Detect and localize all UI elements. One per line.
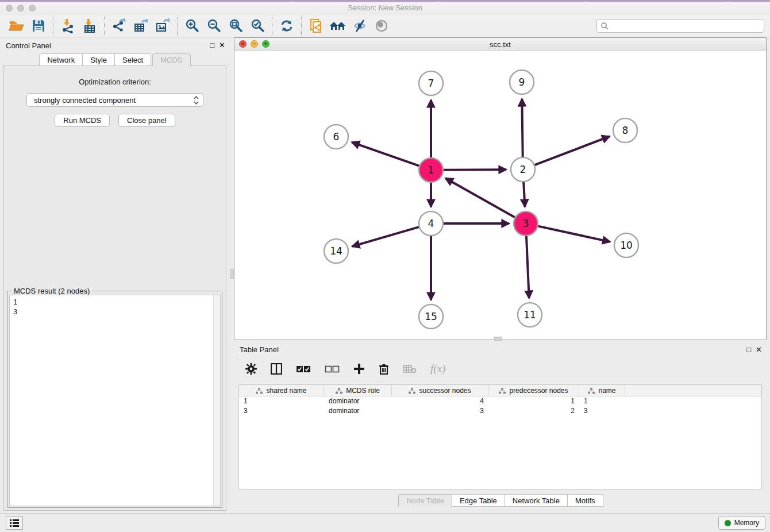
hide-details-button[interactable]: [349, 16, 371, 36]
table-cell[interactable]: 4: [392, 396, 488, 406]
graph-edge-1-6[interactable]: [352, 142, 419, 166]
close-table-panel-icon[interactable]: ✕: [756, 345, 762, 354]
duplicate-network-icon: [309, 18, 324, 33]
table-row[interactable]: 3dominator323: [239, 406, 761, 416]
zoom-in-button[interactable]: [181, 16, 203, 36]
graph-node-label-9: 9: [519, 76, 525, 88]
add-column-icon[interactable]: [353, 363, 365, 375]
table-cell[interactable]: dominator: [324, 396, 392, 406]
table-row[interactable]: 1dominator411: [239, 396, 761, 406]
import-network-icon: [60, 18, 75, 33]
optimization-criterion-select[interactable]: strongly connected component: [26, 93, 203, 107]
window-title: Session: New Session: [0, 3, 770, 12]
column-header-label: predecessor nodes: [509, 387, 568, 395]
birds-eye-icon: [374, 18, 389, 33]
column-header-label: shared name: [266, 387, 306, 395]
vertical-splitter[interactable]: [230, 37, 234, 513]
export-network-button[interactable]: [108, 16, 130, 36]
graph-node-label-6: 6: [333, 131, 340, 142]
duplicate-network-button[interactable]: [305, 16, 327, 36]
close-panel-icon[interactable]: ✕: [219, 41, 225, 49]
task-history-button[interactable]: [6, 516, 23, 530]
export-table-button[interactable]: [130, 16, 152, 36]
float-panel-icon[interactable]: □: [210, 41, 214, 49]
splitter-grip[interactable]: [230, 269, 234, 279]
graph-edge-3-10[interactable]: [538, 226, 610, 242]
close-panel-button[interactable]: Close panel: [118, 114, 175, 127]
column-header-shared-name[interactable]: shared name: [239, 385, 324, 396]
network-frame-titlebar: × − + scc.txt: [234, 38, 766, 51]
table-cell[interactable]: 1: [488, 396, 579, 406]
import-network-button[interactable]: [57, 16, 79, 36]
graph-node-label-4: 4: [428, 218, 434, 229]
function-builder-icon: f(x): [430, 363, 445, 375]
result-scrollbar[interactable]: [213, 295, 220, 506]
graph-edge-3-11[interactable]: [526, 236, 529, 298]
zoom-out-button[interactable]: [203, 16, 225, 36]
network-canvas[interactable]: 7968124314101511: [234, 51, 766, 340]
first-neighbors-button[interactable]: [327, 16, 349, 36]
table-cell[interactable]: 1: [579, 396, 625, 406]
titlebar-accent: [0, 0, 770, 2]
tab-motifs[interactable]: Motifs: [568, 494, 603, 507]
graph-node-label-10: 10: [620, 240, 633, 251]
table-cell[interactable]: 3: [239, 406, 324, 416]
delete-column-trash-icon[interactable]: [379, 363, 389, 375]
tab-network[interactable]: Network: [39, 53, 83, 66]
graph-edge-2-3[interactable]: [523, 182, 525, 207]
export-image-button[interactable]: [152, 16, 174, 36]
horizontal-splitter-grip[interactable]: [494, 337, 502, 341]
search-box[interactable]: [596, 19, 764, 33]
column-header-MCDS-role[interactable]: MCDS role: [324, 385, 392, 396]
control-panel-tabs: Network Style Select MCDS: [0, 53, 230, 66]
table-panel-title: Table Panel: [240, 345, 279, 354]
node-table: shared nameMCDS rolesuccessor nodesprede…: [238, 384, 762, 489]
memory-button[interactable]: Memory: [718, 516, 765, 530]
column-header-name[interactable]: name: [579, 385, 625, 396]
tab-select[interactable]: Select: [115, 53, 151, 66]
select-all-icon[interactable]: [296, 365, 311, 373]
refresh-button[interactable]: [276, 16, 298, 36]
tab-network-table[interactable]: Network Table: [505, 494, 568, 507]
mcds-result-list[interactable]: 1 3: [9, 295, 221, 506]
mcds-result-line: 3: [13, 307, 217, 317]
graph-edge-4-14[interactable]: [352, 227, 419, 246]
export-network-icon: [111, 18, 126, 33]
table-cell[interactable]: 2: [488, 406, 579, 416]
table-cell[interactable]: 3: [579, 406, 625, 416]
tab-node-table[interactable]: Node Table: [398, 494, 452, 507]
zoom-fit-button[interactable]: [225, 16, 247, 36]
table-settings-gear-icon[interactable]: [245, 363, 257, 375]
task-list-icon: [10, 519, 19, 527]
column-header-successor-nodes[interactable]: successor nodes: [392, 385, 488, 396]
birds-eye-button[interactable]: [371, 16, 392, 36]
graph-edge-2-9[interactable]: [522, 99, 522, 157]
network-graph: 7968124314101511: [234, 51, 766, 340]
column-header-label: successor nodes: [419, 387, 471, 395]
search-input[interactable]: [611, 22, 760, 30]
graph-edge-1-2[interactable]: [444, 169, 506, 170]
show-column-panel-icon[interactable]: [271, 363, 282, 375]
graph-edge-2-8[interactable]: [535, 136, 610, 165]
run-mcds-button[interactable]: Run MCDS: [55, 114, 110, 127]
first-neighbors-icon: [329, 19, 346, 33]
search-icon: [600, 22, 609, 30]
table-cell[interactable]: dominator: [324, 406, 392, 416]
open-session-button[interactable]: [6, 16, 28, 36]
zoom-selected-button[interactable]: [247, 16, 268, 36]
table-cell[interactable]: 3: [392, 406, 488, 416]
float-table-panel-icon[interactable]: □: [746, 345, 751, 354]
import-table-button[interactable]: [79, 16, 101, 36]
deselect-all-icon[interactable]: [325, 365, 340, 373]
tab-mcds[interactable]: MCDS: [152, 53, 190, 66]
save-session-button[interactable]: [28, 16, 49, 36]
tab-edge-table[interactable]: Edge Table: [452, 494, 505, 507]
tab-style[interactable]: Style: [83, 53, 115, 66]
zoom-fit-icon: [228, 18, 243, 33]
graph-edge-3-1[interactable]: [445, 178, 515, 217]
column-header-label: name: [598, 387, 615, 395]
table-cell[interactable]: 1: [239, 396, 324, 406]
status-bar: Memory: [0, 513, 770, 532]
toolbar-separator: [104, 17, 105, 35]
column-header-predecessor-nodes[interactable]: predecessor nodes: [488, 385, 579, 396]
